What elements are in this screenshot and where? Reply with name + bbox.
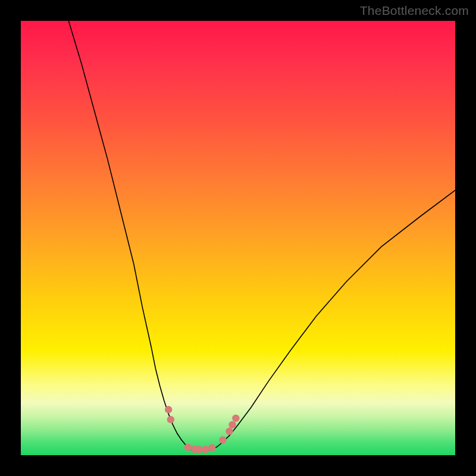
- scatter-dot: [228, 421, 236, 428]
- scatter-dot: [219, 436, 226, 443]
- scatter-dot: [226, 428, 233, 435]
- scatter-dot: [195, 446, 202, 453]
- plot-area: [21, 21, 455, 455]
- scatter-dot: [232, 415, 239, 422]
- chart-frame: TheBottleneck.com: [0, 0, 476, 476]
- left-curve: [68, 21, 188, 448]
- scatter-dots: [165, 406, 240, 453]
- chart-svg: [21, 21, 455, 455]
- scatter-dot: [167, 416, 174, 423]
- watermark-text: TheBottleneck.com: [360, 4, 469, 18]
- right-curve: [217, 190, 456, 447]
- scatter-dot: [184, 444, 192, 451]
- scatter-dot: [208, 444, 215, 451]
- scatter-dot: [165, 406, 172, 413]
- scatter-dot: [202, 446, 209, 453]
